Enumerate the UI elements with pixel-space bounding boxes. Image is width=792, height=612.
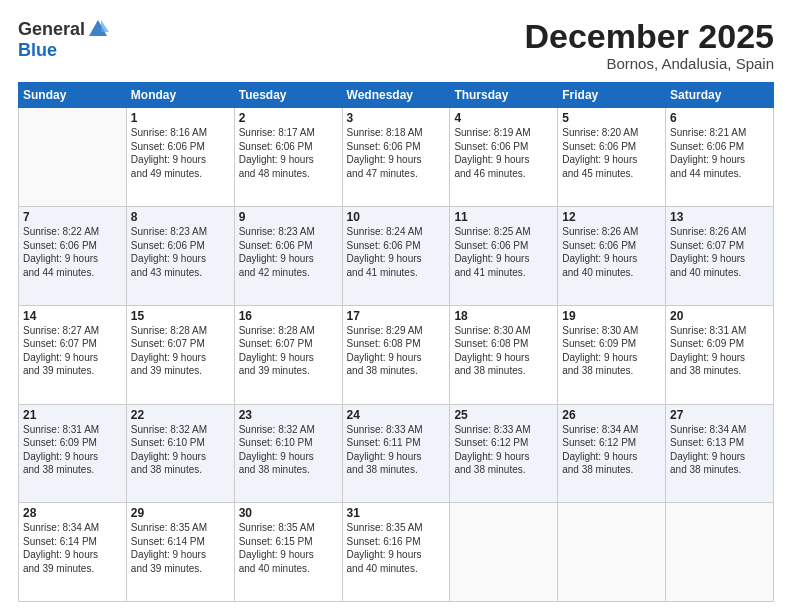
logo: General Blue (18, 18, 109, 61)
calendar-table: Sunday Monday Tuesday Wednesday Thursday… (18, 82, 774, 602)
day-info: Sunrise: 8:28 AM Sunset: 6:07 PM Dayligh… (239, 324, 338, 378)
day-number: 22 (131, 408, 230, 422)
calendar-cell: 26Sunrise: 8:34 AM Sunset: 6:12 PM Dayli… (558, 404, 666, 503)
day-number: 5 (562, 111, 661, 125)
day-info: Sunrise: 8:35 AM Sunset: 6:16 PM Dayligh… (347, 521, 446, 575)
day-info: Sunrise: 8:34 AM Sunset: 6:13 PM Dayligh… (670, 423, 769, 477)
day-number: 28 (23, 506, 122, 520)
logo-blue-text: Blue (18, 40, 57, 61)
day-info: Sunrise: 8:35 AM Sunset: 6:14 PM Dayligh… (131, 521, 230, 575)
day-info: Sunrise: 8:31 AM Sunset: 6:09 PM Dayligh… (23, 423, 122, 477)
calendar-cell: 2Sunrise: 8:17 AM Sunset: 6:06 PM Daylig… (234, 108, 342, 207)
day-info: Sunrise: 8:26 AM Sunset: 6:06 PM Dayligh… (562, 225, 661, 279)
day-number: 15 (131, 309, 230, 323)
day-number: 10 (347, 210, 446, 224)
day-number: 12 (562, 210, 661, 224)
location-text: Bornos, Andalusia, Spain (524, 55, 774, 72)
calendar-cell: 17Sunrise: 8:29 AM Sunset: 6:08 PM Dayli… (342, 305, 450, 404)
header-thursday: Thursday (450, 83, 558, 108)
day-info: Sunrise: 8:35 AM Sunset: 6:15 PM Dayligh… (239, 521, 338, 575)
day-number: 20 (670, 309, 769, 323)
day-info: Sunrise: 8:16 AM Sunset: 6:06 PM Dayligh… (131, 126, 230, 180)
day-info: Sunrise: 8:29 AM Sunset: 6:08 PM Dayligh… (347, 324, 446, 378)
calendar-cell: 7Sunrise: 8:22 AM Sunset: 6:06 PM Daylig… (19, 207, 127, 306)
day-info: Sunrise: 8:31 AM Sunset: 6:09 PM Dayligh… (670, 324, 769, 378)
calendar-cell: 10Sunrise: 8:24 AM Sunset: 6:06 PM Dayli… (342, 207, 450, 306)
header-monday: Monday (126, 83, 234, 108)
day-info: Sunrise: 8:18 AM Sunset: 6:06 PM Dayligh… (347, 126, 446, 180)
calendar-cell (450, 503, 558, 602)
day-number: 30 (239, 506, 338, 520)
day-info: Sunrise: 8:25 AM Sunset: 6:06 PM Dayligh… (454, 225, 553, 279)
calendar-cell: 14Sunrise: 8:27 AM Sunset: 6:07 PM Dayli… (19, 305, 127, 404)
calendar-week-row: 14Sunrise: 8:27 AM Sunset: 6:07 PM Dayli… (19, 305, 774, 404)
page: General Blue December 2025 Bornos, Andal… (0, 0, 792, 612)
day-info: Sunrise: 8:23 AM Sunset: 6:06 PM Dayligh… (239, 225, 338, 279)
calendar-cell: 8Sunrise: 8:23 AM Sunset: 6:06 PM Daylig… (126, 207, 234, 306)
calendar-cell: 25Sunrise: 8:33 AM Sunset: 6:12 PM Dayli… (450, 404, 558, 503)
calendar-cell: 18Sunrise: 8:30 AM Sunset: 6:08 PM Dayli… (450, 305, 558, 404)
day-number: 29 (131, 506, 230, 520)
day-info: Sunrise: 8:17 AM Sunset: 6:06 PM Dayligh… (239, 126, 338, 180)
day-number: 26 (562, 408, 661, 422)
day-info: Sunrise: 8:34 AM Sunset: 6:14 PM Dayligh… (23, 521, 122, 575)
calendar-cell: 4Sunrise: 8:19 AM Sunset: 6:06 PM Daylig… (450, 108, 558, 207)
calendar-week-row: 1Sunrise: 8:16 AM Sunset: 6:06 PM Daylig… (19, 108, 774, 207)
header-saturday: Saturday (666, 83, 774, 108)
calendar-cell: 22Sunrise: 8:32 AM Sunset: 6:10 PM Dayli… (126, 404, 234, 503)
calendar-cell: 29Sunrise: 8:35 AM Sunset: 6:14 PM Dayli… (126, 503, 234, 602)
calendar-cell (558, 503, 666, 602)
day-info: Sunrise: 8:32 AM Sunset: 6:10 PM Dayligh… (131, 423, 230, 477)
calendar-cell: 12Sunrise: 8:26 AM Sunset: 6:06 PM Dayli… (558, 207, 666, 306)
calendar-cell: 24Sunrise: 8:33 AM Sunset: 6:11 PM Dayli… (342, 404, 450, 503)
calendar-cell: 5Sunrise: 8:20 AM Sunset: 6:06 PM Daylig… (558, 108, 666, 207)
day-info: Sunrise: 8:34 AM Sunset: 6:12 PM Dayligh… (562, 423, 661, 477)
month-title: December 2025 (524, 18, 774, 55)
day-info: Sunrise: 8:33 AM Sunset: 6:12 PM Dayligh… (454, 423, 553, 477)
header-wednesday: Wednesday (342, 83, 450, 108)
calendar-cell: 1Sunrise: 8:16 AM Sunset: 6:06 PM Daylig… (126, 108, 234, 207)
day-number: 8 (131, 210, 230, 224)
day-number: 25 (454, 408, 553, 422)
day-number: 1 (131, 111, 230, 125)
calendar-cell: 23Sunrise: 8:32 AM Sunset: 6:10 PM Dayli… (234, 404, 342, 503)
calendar-cell: 28Sunrise: 8:34 AM Sunset: 6:14 PM Dayli… (19, 503, 127, 602)
day-number: 27 (670, 408, 769, 422)
calendar-cell (19, 108, 127, 207)
weekday-header-row: Sunday Monday Tuesday Wednesday Thursday… (19, 83, 774, 108)
day-info: Sunrise: 8:28 AM Sunset: 6:07 PM Dayligh… (131, 324, 230, 378)
logo-icon (87, 18, 109, 40)
calendar-cell: 3Sunrise: 8:18 AM Sunset: 6:06 PM Daylig… (342, 108, 450, 207)
calendar-cell: 13Sunrise: 8:26 AM Sunset: 6:07 PM Dayli… (666, 207, 774, 306)
day-number: 7 (23, 210, 122, 224)
day-info: Sunrise: 8:30 AM Sunset: 6:08 PM Dayligh… (454, 324, 553, 378)
calendar-cell (666, 503, 774, 602)
day-number: 23 (239, 408, 338, 422)
day-number: 16 (239, 309, 338, 323)
day-number: 14 (23, 309, 122, 323)
day-number: 31 (347, 506, 446, 520)
calendar-cell: 21Sunrise: 8:31 AM Sunset: 6:09 PM Dayli… (19, 404, 127, 503)
day-number: 18 (454, 309, 553, 323)
calendar-cell: 30Sunrise: 8:35 AM Sunset: 6:15 PM Dayli… (234, 503, 342, 602)
calendar-week-row: 7Sunrise: 8:22 AM Sunset: 6:06 PM Daylig… (19, 207, 774, 306)
calendar-cell: 15Sunrise: 8:28 AM Sunset: 6:07 PM Dayli… (126, 305, 234, 404)
day-number: 13 (670, 210, 769, 224)
day-info: Sunrise: 8:22 AM Sunset: 6:06 PM Dayligh… (23, 225, 122, 279)
calendar-week-row: 21Sunrise: 8:31 AM Sunset: 6:09 PM Dayli… (19, 404, 774, 503)
day-info: Sunrise: 8:20 AM Sunset: 6:06 PM Dayligh… (562, 126, 661, 180)
day-info: Sunrise: 8:32 AM Sunset: 6:10 PM Dayligh… (239, 423, 338, 477)
day-number: 17 (347, 309, 446, 323)
day-number: 6 (670, 111, 769, 125)
calendar-cell: 6Sunrise: 8:21 AM Sunset: 6:06 PM Daylig… (666, 108, 774, 207)
day-info: Sunrise: 8:23 AM Sunset: 6:06 PM Dayligh… (131, 225, 230, 279)
logo-general-text: General (18, 19, 85, 40)
day-info: Sunrise: 8:27 AM Sunset: 6:07 PM Dayligh… (23, 324, 122, 378)
calendar-cell: 16Sunrise: 8:28 AM Sunset: 6:07 PM Dayli… (234, 305, 342, 404)
day-number: 11 (454, 210, 553, 224)
day-number: 24 (347, 408, 446, 422)
day-info: Sunrise: 8:26 AM Sunset: 6:07 PM Dayligh… (670, 225, 769, 279)
calendar-cell: 31Sunrise: 8:35 AM Sunset: 6:16 PM Dayli… (342, 503, 450, 602)
day-info: Sunrise: 8:33 AM Sunset: 6:11 PM Dayligh… (347, 423, 446, 477)
header-sunday: Sunday (19, 83, 127, 108)
